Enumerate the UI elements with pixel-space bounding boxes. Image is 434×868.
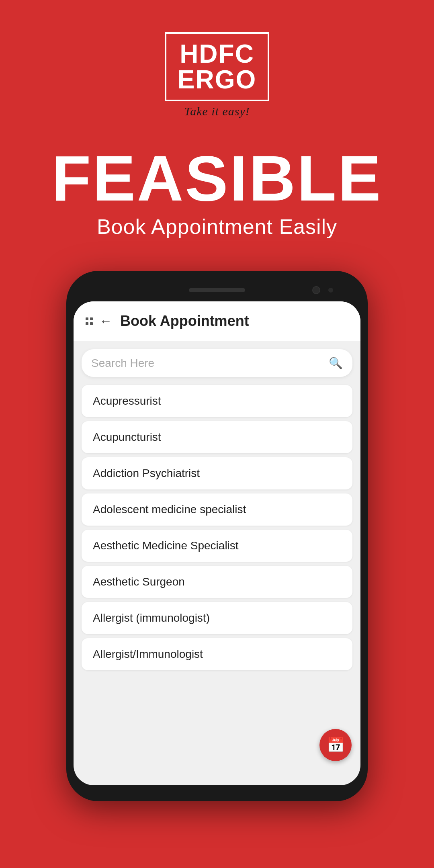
search-input[interactable]: Search Here bbox=[91, 357, 329, 370]
list-item-text: Aesthetic Surgeon bbox=[93, 575, 185, 588]
specialty-list: AcupressuristAcupuncturistAddiction Psyc… bbox=[74, 381, 360, 674]
list-item-text: Addiction Psychiatrist bbox=[93, 467, 200, 479]
phone-camera bbox=[312, 286, 320, 294]
list-item[interactable]: Acupuncturist bbox=[82, 421, 352, 453]
list-item[interactable]: Allergist (immunologist) bbox=[82, 602, 352, 634]
subtitle-headline: Book Appointment Easily bbox=[51, 215, 382, 239]
calendar-fab-button[interactable]: 📅 bbox=[319, 729, 352, 761]
headline-section: FEASIBLE Book Appointment Easily bbox=[51, 146, 382, 239]
list-item-text: Allergist (immunologist) bbox=[93, 612, 210, 624]
phone-mockup: ← Book Appointment Search Here 🔍 Acupres… bbox=[66, 271, 368, 801]
list-item-text: Allergist/Immunologist bbox=[93, 648, 203, 660]
search-box[interactable]: Search Here 🔍 bbox=[82, 349, 352, 377]
logo-line2: ERGO bbox=[178, 67, 256, 92]
dot4 bbox=[90, 322, 93, 325]
phone-screen: ← Book Appointment Search Here 🔍 Acupres… bbox=[74, 301, 360, 785]
phone-outer-shell: ← Book Appointment Search Here 🔍 Acupres… bbox=[66, 271, 368, 801]
list-item[interactable]: Aesthetic Medicine Specialist bbox=[82, 530, 352, 562]
list-item[interactable]: Acupressurist bbox=[82, 385, 352, 417]
back-arrow-icon[interactable]: ← bbox=[99, 314, 112, 329]
logo-box: HDFC ERGO bbox=[165, 32, 269, 101]
app-header: ← Book Appointment bbox=[74, 301, 360, 341]
dot1 bbox=[86, 317, 88, 320]
search-container: Search Here 🔍 bbox=[74, 341, 360, 381]
menu-icon[interactable] bbox=[86, 317, 93, 325]
app-title: Book Appointment bbox=[120, 313, 249, 330]
main-headline: FEASIBLE bbox=[51, 146, 382, 211]
logo-tagline: Take it easy! bbox=[184, 104, 250, 118]
list-item-text: Acupressurist bbox=[93, 395, 161, 407]
list-item[interactable]: Aesthetic Surgeon bbox=[82, 566, 352, 598]
logo-line1: HDFC bbox=[180, 41, 254, 67]
list-item[interactable]: Allergist/Immunologist bbox=[82, 638, 352, 670]
phone-sensor bbox=[328, 288, 333, 293]
list-item[interactable]: Adolescent medicine specialist bbox=[82, 493, 352, 526]
dot3 bbox=[86, 322, 88, 325]
search-icon[interactable]: 🔍 bbox=[329, 356, 343, 370]
list-item-text: Adolescent medicine specialist bbox=[93, 503, 246, 516]
list-item-text: Acupuncturist bbox=[93, 431, 161, 443]
calendar-icon: 📅 bbox=[327, 737, 345, 753]
dot2 bbox=[90, 317, 93, 320]
list-item-text: Aesthetic Medicine Specialist bbox=[93, 539, 239, 552]
phone-speaker bbox=[189, 288, 245, 292]
list-item[interactable]: Addiction Psychiatrist bbox=[82, 457, 352, 489]
phone-top-bar bbox=[74, 282, 360, 298]
logo-section: HDFC ERGO Take it easy! bbox=[165, 32, 269, 118]
